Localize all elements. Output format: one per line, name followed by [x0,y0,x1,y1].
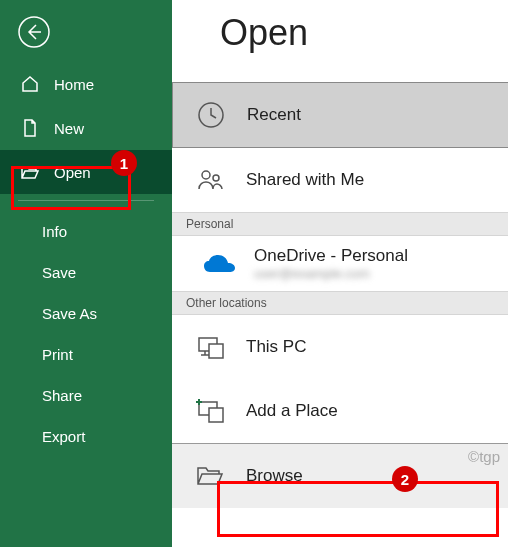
nav-export[interactable]: Export [0,416,172,457]
nav-new[interactable]: New [0,106,172,150]
page-title: Open [172,12,508,54]
location-label: Add a Place [246,401,338,421]
people-icon [192,162,228,198]
nav-open[interactable]: Open [0,150,172,194]
location-label: Shared with Me [246,170,364,190]
svg-point-2 [202,171,210,179]
folder-browse-icon [192,458,228,494]
sidebar: Home New Open Info Save Save As Print Sh… [0,0,172,547]
home-icon [20,74,40,94]
this-pc-icon [192,329,228,365]
nav-label: New [54,120,84,137]
location-label: Recent [247,105,301,125]
new-document-icon [20,118,40,138]
nav-label: Open [54,164,91,181]
location-recent[interactable]: Recent [172,82,508,148]
nav-print[interactable]: Print [0,334,172,375]
nav-info[interactable]: Info [0,211,172,252]
onedrive-email: user@example.com [254,266,408,281]
add-place-icon [192,393,228,429]
nav-save[interactable]: Save [0,252,172,293]
location-browse[interactable]: Browse [172,443,508,508]
svg-rect-5 [209,344,223,358]
nav-home[interactable]: Home [0,62,172,106]
clock-icon [193,97,229,133]
section-other: Other locations [172,291,508,315]
location-label: This PC [246,337,306,357]
nav-share[interactable]: Share [0,375,172,416]
location-onedrive[interactable]: OneDrive - Personal user@example.com [172,236,508,291]
back-button[interactable] [14,12,54,52]
location-this-pc[interactable]: This PC [172,315,508,379]
main-panel: Open Recent Shared with Me Personal OneD… [172,0,508,547]
location-add-place[interactable]: Add a Place [172,379,508,443]
back-arrow-icon [17,15,51,49]
svg-rect-7 [209,408,223,422]
svg-point-3 [213,175,219,181]
nav-label: Home [54,76,94,93]
onedrive-icon [202,252,238,276]
location-label: Browse [246,466,303,486]
nav-save-as[interactable]: Save As [0,293,172,334]
onedrive-label: OneDrive - Personal [254,246,408,266]
nav-divider [18,200,154,201]
folder-open-icon [20,162,40,182]
section-personal: Personal [172,212,508,236]
location-shared[interactable]: Shared with Me [172,148,508,212]
